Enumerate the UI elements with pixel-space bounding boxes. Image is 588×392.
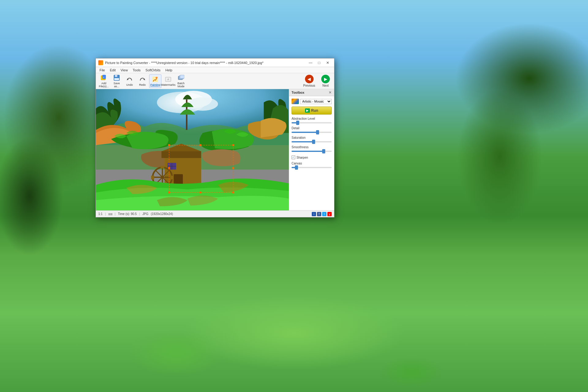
run-button[interactable]: ▶ Run bbox=[292, 107, 332, 115]
toolbar: + Add File(s)... Save as... bbox=[96, 73, 334, 89]
saturation-slider-row: Saturation bbox=[292, 136, 332, 144]
svg-rect-5 bbox=[114, 78, 119, 80]
canvas-slider-row: Canvas bbox=[292, 162, 332, 169]
smoothness-thumb[interactable] bbox=[322, 149, 325, 153]
window-title: Picture to Painting Converter - ****Unre… bbox=[105, 61, 263, 65]
saturation-thumb[interactable] bbox=[312, 140, 315, 144]
undo-icon bbox=[126, 76, 133, 83]
add-files-icon: + bbox=[100, 74, 107, 81]
smoothness-track[interactable] bbox=[292, 151, 332, 152]
menu-help[interactable]: Help bbox=[163, 67, 175, 73]
sliders-group: Abstraction Level Detail bbox=[292, 117, 332, 153]
detail-thumb[interactable] bbox=[316, 130, 319, 134]
zoom-value: 1:1 bbox=[98, 212, 103, 216]
toolbox-body: Artistic - Mosaic Oil Painting Watercolo… bbox=[289, 96, 334, 172]
toolbox-close-button[interactable]: ✕ bbox=[329, 90, 332, 95]
title-bar: Picture to Painting Converter - ****Unre… bbox=[96, 58, 334, 67]
previous-arrow-icon: ◀ bbox=[305, 75, 314, 83]
next-label: Next bbox=[322, 84, 329, 87]
redo-icon bbox=[139, 76, 146, 83]
svg-rect-39 bbox=[168, 192, 170, 194]
menu-tools[interactable]: Tools bbox=[130, 67, 143, 73]
svg-rect-41 bbox=[200, 144, 202, 146]
svg-point-9 bbox=[156, 77, 157, 79]
sharpen-checkbox[interactable]: ✓ bbox=[292, 156, 295, 159]
saturation-label: Saturation bbox=[292, 136, 332, 139]
twitter-icon[interactable]: t bbox=[322, 212, 326, 216]
add-files-button[interactable]: + Add File(s)... bbox=[98, 74, 110, 88]
svg-rect-35 bbox=[170, 176, 173, 179]
facebook-icon[interactable]: f bbox=[317, 212, 321, 216]
svg-rect-43 bbox=[168, 167, 170, 169]
menu-edit[interactable]: Edit bbox=[107, 67, 118, 73]
painting-svg bbox=[96, 89, 289, 210]
title-bar-controls: — □ ✕ bbox=[307, 60, 332, 66]
presets-icon bbox=[292, 99, 299, 104]
social-icons-group: i f t y bbox=[312, 212, 332, 216]
run-icon: ▶ bbox=[305, 108, 310, 113]
smoothness-label: Smoothness bbox=[292, 145, 332, 149]
run-label: Run bbox=[311, 108, 318, 113]
detail-track[interactable] bbox=[292, 132, 332, 133]
smoothness-fill bbox=[292, 151, 324, 152]
youtube-icon[interactable]: y bbox=[327, 212, 332, 216]
save-as-icon bbox=[113, 74, 120, 81]
canvas-track[interactable] bbox=[292, 167, 332, 168]
svg-rect-14 bbox=[180, 75, 184, 78]
svg-marker-21 bbox=[161, 151, 201, 158]
info-icon[interactable]: i bbox=[312, 212, 316, 216]
watermarks-icon: A bbox=[165, 76, 172, 83]
close-button[interactable]: ✕ bbox=[324, 60, 332, 66]
toolbox-header: Toolbox ✕ bbox=[289, 89, 334, 96]
app-window: Picture to Painting Converter - ****Unre… bbox=[96, 58, 334, 217]
svg-rect-38 bbox=[232, 144, 234, 146]
painting-button[interactable]: Painting bbox=[149, 74, 161, 88]
sharpen-row: ✓ Sharpen bbox=[292, 156, 332, 159]
watermarks-button[interactable]: A Watermarks bbox=[162, 74, 174, 88]
svg-rect-42 bbox=[200, 192, 202, 194]
undo-button[interactable]: Undo bbox=[123, 74, 136, 88]
painting-icon bbox=[152, 76, 159, 83]
presets-row: Artistic - Mosaic Oil Painting Watercolo… bbox=[292, 99, 332, 104]
previous-button[interactable]: ◀ Previous bbox=[301, 74, 318, 89]
abstraction-track[interactable] bbox=[292, 122, 332, 123]
toolbox-panel: Toolbox ✕ Artistic - Mosaic Oil Painting… bbox=[289, 89, 334, 210]
time-info: Time (s): 90.5 bbox=[118, 212, 137, 216]
saturation-track[interactable] bbox=[292, 141, 332, 142]
abstraction-thumb[interactable] bbox=[296, 121, 299, 125]
next-arrow-icon: ▶ bbox=[321, 75, 330, 83]
format-info: JPG bbox=[142, 212, 148, 216]
previous-label: Previous bbox=[303, 84, 315, 87]
menu-view[interactable]: View bbox=[118, 67, 130, 73]
smoothness-slider-row: Smoothness bbox=[292, 145, 332, 153]
canvas-thumb[interactable] bbox=[295, 165, 298, 170]
zoom-slider-indicator[interactable]: |||||||||||| bbox=[108, 213, 112, 215]
presets-select[interactable]: Artistic - Mosaic Oil Painting Watercolo… bbox=[300, 99, 332, 104]
menu-softorbits[interactable]: SoftOrbits bbox=[143, 67, 163, 73]
menu-file[interactable]: File bbox=[97, 67, 107, 73]
detail-fill bbox=[292, 132, 318, 133]
detail-slider-row: Detail bbox=[292, 126, 332, 134]
canvas-area[interactable] bbox=[96, 89, 289, 210]
canvas-label: Canvas bbox=[292, 162, 332, 165]
title-bar-left: Picture to Painting Converter - ****Unre… bbox=[98, 60, 263, 65]
maximize-button[interactable]: □ bbox=[315, 60, 323, 66]
next-button[interactable]: ▶ Next bbox=[319, 74, 332, 89]
svg-text:+: + bbox=[103, 76, 104, 79]
svg-rect-23 bbox=[174, 174, 183, 185]
toolbox-title: Toolbox bbox=[292, 91, 304, 94]
menu-bar: File Edit View Tools SoftOrbits Help bbox=[96, 67, 334, 73]
redo-button[interactable]: Redo bbox=[136, 74, 149, 88]
dimensions-info: (1920x1280x24) bbox=[151, 212, 173, 216]
svg-text:A: A bbox=[167, 78, 169, 81]
svg-rect-37 bbox=[168, 144, 170, 146]
svg-rect-44 bbox=[232, 167, 234, 169]
svg-rect-34 bbox=[151, 176, 154, 179]
svg-rect-32 bbox=[160, 166, 164, 168]
toolbar-main-group: + Add File(s)... Save as... bbox=[98, 74, 187, 88]
batch-mode-button[interactable]: Batch Mode bbox=[175, 74, 187, 88]
sharpen-label: Sharpen bbox=[296, 156, 308, 159]
main-content: Toolbox ✕ Artistic - Mosaic Oil Painting… bbox=[96, 89, 334, 210]
minimize-button[interactable]: — bbox=[307, 60, 315, 66]
save-as-button[interactable]: Save as... bbox=[111, 74, 123, 88]
